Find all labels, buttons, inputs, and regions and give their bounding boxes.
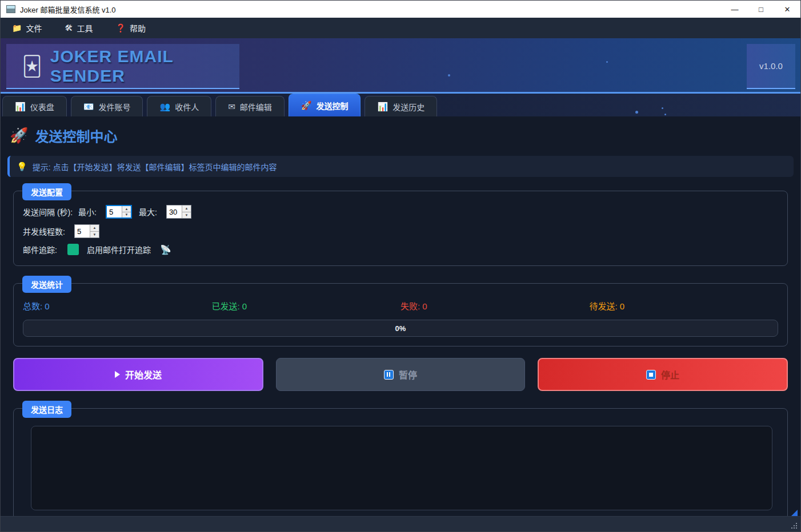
play-icon: [115, 371, 120, 378]
send-stats-section: 发送统计 总数: 0 已发送: 0 失败: 0 待发送: 0: [13, 283, 788, 346]
menu-tools[interactable]: 🛠 工具: [61, 20, 96, 36]
page-title-text: 发送控制中心: [35, 126, 117, 146]
tab-recipients-label: 收件人: [175, 101, 199, 112]
stat-pending: 待发送: 0: [590, 300, 779, 312]
tab-recipients[interactable]: 👥 收件人: [147, 96, 211, 116]
stat-sent: 已发送: 0: [212, 300, 401, 312]
menu-help[interactable]: ❓ 帮助: [112, 20, 149, 36]
title-bar: Joker 邮箱批量发信系统 v1.0 — □ ✕: [1, 1, 800, 18]
spin-up-icon[interactable]: ▲: [90, 225, 99, 232]
app-banner-title: JOKER EMAIL SENDER: [50, 47, 239, 86]
spinner-arrows: ▲ ▼: [182, 205, 191, 218]
version-badge: v1.0.0: [747, 44, 795, 89]
satellite-antenna-icon: 📡: [160, 244, 171, 255]
app-icon: [6, 5, 15, 13]
lightbulb-icon: 💡: [17, 162, 27, 172]
tracking-label: 邮件追踪:: [23, 244, 57, 255]
tab-sender-accounts[interactable]: 📧 发件账号: [71, 96, 143, 116]
tab-bar: 📊 仪表盘 📧 发件账号 👥 收件人 ✉ 邮件编辑 🚀 发送控制 📊 发送历史: [1, 94, 800, 116]
minimize-button[interactable]: —: [722, 1, 748, 18]
rocket-icon: 🚀: [10, 127, 28, 144]
main-content: 🚀 发送控制中心 💡 提示: 点击【开始发送】将发送【邮件编辑】标签页中编辑的邮…: [1, 116, 800, 516]
max-interval-spinner: ▲ ▼: [166, 205, 191, 219]
tab-email-editor[interactable]: ✉ 邮件编辑: [215, 96, 285, 116]
spin-up-icon[interactable]: ▲: [182, 205, 191, 212]
tab-send-control-label: 发送控制: [316, 100, 348, 111]
threads-row: 并发线程数: ▲ ▼: [23, 224, 778, 238]
spin-up-icon[interactable]: ▲: [122, 206, 131, 212]
tab-send-control[interactable]: 🚀 发送控制: [289, 94, 361, 116]
stat-failed: 失败: 0: [400, 300, 590, 312]
folder-icon: 📁: [12, 23, 22, 33]
close-button[interactable]: ✕: [774, 1, 800, 18]
decorative-dot: [664, 114, 666, 115]
send-log-section: 发送日志: [13, 408, 788, 516]
rocket-icon: 🚀: [301, 100, 312, 111]
tab-sender-accounts-label: 发件账号: [98, 101, 130, 112]
spin-down-icon[interactable]: ▼: [90, 232, 99, 238]
decorative-dot: [606, 61, 608, 63]
menu-file-label: 文件: [26, 22, 42, 34]
max-interval-input[interactable]: [167, 205, 182, 218]
stop-icon: [646, 370, 656, 380]
window-controls: — □ ✕: [722, 1, 800, 18]
start-send-label: 开始发送: [125, 368, 162, 381]
tab-dashboard-label: 仪表盘: [30, 101, 54, 112]
stat-sent-label: 已发送:: [212, 301, 240, 311]
pause-icon: [384, 370, 394, 380]
decorative-dot: [662, 107, 663, 109]
spinner-arrows: ▲ ▼: [122, 206, 131, 217]
resize-grip-icon[interactable]: [796, 527, 797, 529]
mailbox-icon: 📧: [83, 102, 94, 112]
send-config-chip: 发送配置: [22, 183, 71, 200]
window-title: Joker 邮箱批量发信系统 v1.0: [20, 4, 116, 15]
tip-text: 提示: 点击【开始发送】将发送【邮件编辑】标签页中编辑的邮件内容: [33, 161, 277, 172]
send-config-section: 发送配置 发送间隔 (秒): 最小: ▲ ▼ 最大: ▲ ▼: [13, 191, 788, 266]
app-window: Joker 邮箱批量发信系统 v1.0 — □ ✕ 📁 文件 🛠 工具 ❓ 帮助…: [0, 0, 801, 532]
bar-chart-icon: 📊: [15, 102, 26, 112]
tracking-text: 启用邮件打开追踪: [87, 244, 151, 255]
tracking-row: 邮件追踪: 启用邮件打开追踪 📡: [23, 244, 778, 255]
help-icon: ❓: [115, 23, 125, 33]
pause-button[interactable]: 暂停: [276, 358, 525, 391]
spin-down-icon[interactable]: ▼: [122, 212, 131, 218]
bar-chart-icon: 📊: [377, 102, 388, 112]
spinner-arrows: ▲ ▼: [90, 225, 99, 237]
status-bar: [1, 516, 800, 531]
tab-send-history[interactable]: 📊 发送历史: [365, 96, 437, 116]
stop-button[interactable]: 停止: [538, 358, 788, 391]
stat-sent-value: 0: [242, 301, 247, 311]
menu-file[interactable]: 📁 文件: [9, 20, 45, 36]
start-send-button[interactable]: 开始发送: [13, 358, 263, 391]
stat-failed-value: 0: [422, 301, 427, 311]
tab-dashboard[interactable]: 📊 仪表盘: [2, 96, 67, 116]
spin-down-icon[interactable]: ▼: [182, 212, 191, 219]
tab-email-editor-label: 邮件编辑: [240, 101, 272, 112]
tracking-checkbox[interactable]: [67, 244, 79, 255]
threads-input[interactable]: [75, 225, 90, 237]
resize-corner-icon[interactable]: [791, 510, 798, 516]
header-banner: 🃏 JOKER EMAIL SENDER v1.0.0: [1, 38, 800, 94]
send-log-chip: 发送日志: [22, 401, 71, 418]
min-interval-spinner: ▲ ▼: [106, 205, 132, 219]
joker-card-icon: 🃏: [22, 55, 42, 78]
stat-total-label: 总数:: [23, 301, 42, 311]
version-text: v1.0.0: [759, 61, 783, 71]
threads-spinner: ▲ ▼: [74, 224, 99, 238]
pause-label: 暂停: [399, 368, 417, 381]
menu-tools-label: 工具: [77, 22, 93, 34]
stat-pending-value: 0: [620, 301, 624, 311]
tab-send-history-label: 发送历史: [393, 101, 424, 112]
send-log-viewer[interactable]: [31, 426, 772, 510]
min-label: 最小:: [78, 206, 97, 217]
menu-help-label: 帮助: [130, 22, 146, 34]
max-label: 最大:: [139, 206, 157, 217]
stat-failed-label: 失败:: [400, 301, 420, 311]
min-interval-input[interactable]: [107, 206, 122, 217]
maximize-button[interactable]: □: [748, 1, 774, 18]
threads-label: 并发线程数:: [23, 225, 65, 237]
stat-total-value: 0: [45, 301, 49, 311]
decorative-dot: [448, 74, 450, 76]
stat-pending-label: 待发送:: [590, 301, 618, 311]
tools-icon: 🛠: [65, 23, 73, 33]
